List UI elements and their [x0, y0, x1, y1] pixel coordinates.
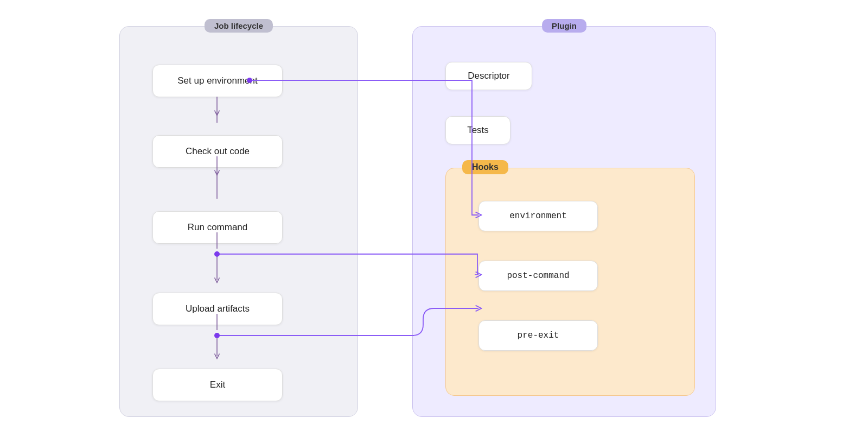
hooks-label: Hooks — [462, 160, 508, 174]
node-exit: Exit — [152, 369, 283, 401]
hooks-panel: Hooks environment post-command pre-exit — [445, 168, 695, 396]
plugin-label: Plugin — [542, 19, 586, 33]
node-run: Run command — [152, 211, 283, 244]
node-checkout: Check out code — [152, 135, 283, 168]
diagram-container: Job lifecycle Set up environment Check o… — [54, 15, 814, 428]
node-pre-exit: pre-exit — [478, 320, 598, 351]
node-post-command: post-command — [478, 261, 598, 291]
plugin-panel: Plugin Descriptor Tests Hooks environmen… — [412, 26, 716, 417]
job-lifecycle-panel: Job lifecycle Set up environment Check o… — [119, 26, 358, 417]
node-tests: Tests — [445, 116, 510, 144]
node-descriptor: Descriptor — [445, 62, 532, 90]
node-setup: Set up environment — [152, 65, 283, 97]
job-lifecycle-label: Job lifecycle — [205, 19, 273, 33]
node-environment: environment — [478, 201, 598, 231]
node-upload: Upload artifacts — [152, 293, 283, 325]
